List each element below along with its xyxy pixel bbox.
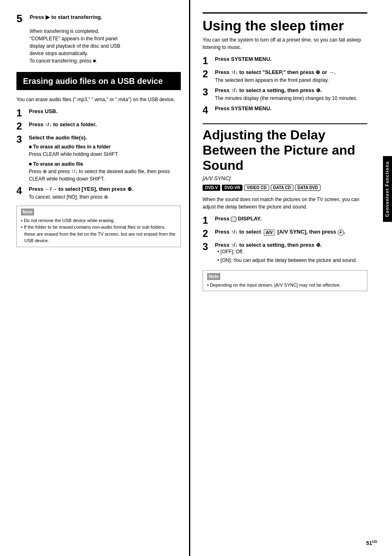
av-step3: 3 Press ↑/↓ to select a setting, then pr… — [203, 242, 367, 265]
av-step3-num: 3 — [203, 242, 215, 252]
sleep-step4-text: Press SYSTEM MENU. — [215, 105, 272, 111]
av-step1: 1 Press □ Press DISPLAY.DISPLAY. — [203, 215, 367, 225]
av-step2-text: Press ↑/↓ to select A/V [A/V SYNC], then… — [215, 229, 345, 235]
av-note1: Depending on the input stream, [A/V SYNC… — [210, 282, 363, 289]
av-sync-label: [A/V SYNC] — [203, 175, 367, 181]
av-note-box: Note Depending on the input stream, [A/V… — [203, 270, 367, 291]
format-badges: DVD-V DVD-VR VIDEO CD DATA CD DATA DVD — [203, 185, 367, 191]
step5-line2: "COMPLETE" appears in the front panel — [30, 36, 118, 42]
sleep-step3-text: The minutes display (the remaining time)… — [215, 95, 367, 102]
page-num-value: 51 — [366, 540, 372, 546]
av-sync-icon: A/V — [264, 229, 275, 236]
step5-line5: To cancel transferring, press ■. — [30, 58, 97, 64]
badge-datacd: DATA CD — [271, 185, 293, 191]
erase-intro: You can erase audio files (".mp3," ".wma… — [16, 96, 181, 103]
erase-bullet1-head: To erase all audio files in a folder — [29, 144, 181, 150]
badge-dvdvr: DVD-VR — [222, 185, 242, 191]
badge-videocd: VIDEO CD — [244, 185, 269, 191]
side-tab: Convenient Functions — [383, 156, 392, 222]
badge-dvdv: DVD-V — [203, 185, 220, 191]
erase-step1-num: 1 — [16, 108, 29, 118]
step5-number: 5 — [16, 12, 30, 25]
av-note-label: Note — [207, 273, 220, 280]
erase-note1: Do not remove the USB device while erasi… — [24, 217, 176, 224]
sleep-step2-text: The selected item appears in the front p… — [215, 76, 367, 84]
erase-step4: 4 Press ←/→ to select [YES], then press … — [16, 186, 181, 201]
erase-step4-num: 4 — [16, 186, 29, 196]
erase-note2: If the folder to be erased contains non-… — [24, 224, 176, 244]
erase-step3-num: 3 — [16, 134, 29, 144]
erase-step2-text: Press ↑/↓ to select a folder. — [29, 121, 97, 127]
sleep-step4-num: 4 — [203, 105, 215, 115]
av-step1-text: Press □ Press DISPLAY.DISPLAY. — [215, 215, 261, 222]
av-step3-bullet2: [ON]: You can adjust the delay between t… — [220, 257, 367, 264]
sleep-step1-text: Press SYSTEM MENU. — [215, 56, 272, 62]
erase-bullet2-text: Press ⊕ and press ↑/↓ to select the desi… — [29, 168, 181, 183]
erase-step4-text: To cancel, select [NO], then press ⊕. — [29, 193, 181, 201]
erase-step1-text: Press USB. — [29, 108, 58, 114]
left-column: 5 Press ▶ to start transferring. When tr… — [0, 0, 189, 556]
sleep-step4: 4 Press SYSTEM MENU. — [203, 105, 367, 115]
av-step3-bullet1: [OFF]: Off. — [220, 248, 367, 255]
step5-line1: When transferring is completed, — [30, 28, 99, 34]
av-step2-num: 2 — [203, 229, 215, 239]
circle-plus-icon: + — [338, 229, 344, 236]
av-section: Adjusting the Delay Between the Picture … — [203, 123, 367, 291]
display-icon: □ — [231, 217, 236, 222]
right-column: Using the sleep timer You can set the sy… — [189, 0, 376, 556]
sleep-step1-num: 1 — [203, 56, 215, 66]
section-divider — [203, 123, 367, 124]
sleep-intro: You can set the system to turn off at a … — [203, 36, 367, 51]
av-step3-bold: Press ↑/↓ to select a setting, then pres… — [215, 242, 322, 248]
sleep-step1: 1 Press SYSTEM MENU. — [203, 56, 367, 66]
step5-text: When transferring is completed, "COMPLET… — [30, 28, 181, 65]
erase-title: Erasing audio files on a USB device — [23, 76, 174, 86]
sleep-step3-num: 3 — [203, 87, 215, 97]
av-title: Adjusting the Delay Between the Picture … — [203, 127, 367, 173]
erase-step3-text: Select the audio file(s). — [29, 134, 87, 141]
av-step2: 2 Press ↑/↓ to select A/V [A/V SYNC], th… — [203, 229, 367, 239]
erase-step1: 1 Press USB. — [16, 108, 181, 118]
page-number: 51US — [366, 540, 377, 546]
step5-row: 5 Press ▶ to start transferring. — [16, 12, 181, 25]
step5-bold: Press ▶ to start transferring. — [30, 14, 102, 20]
sleep-step3: 3 Press ↑/↓ to select a setting, then pr… — [203, 87, 367, 102]
sleep-section: Using the sleep timer You can set the sy… — [203, 12, 367, 115]
erase-note-label: Note — [21, 208, 34, 215]
erase-section: You can erase audio files (".mp3," ".wma… — [16, 96, 181, 247]
sleep-step2: 2 Press ↑/↓ to select "SLEEP," then pres… — [203, 69, 367, 84]
step5-line3: display and playback of the disc and USB — [30, 43, 120, 49]
erase-step2-num: 2 — [16, 121, 29, 131]
erase-note-box: Note Do not remove the USB device while … — [16, 206, 181, 247]
av-intro: When the sound does not match the pictur… — [203, 196, 367, 211]
badge-datadvd: DATA DVD — [295, 185, 321, 191]
erase-step4-bold: Press ←/→ to select [YES], then press ⊕. — [29, 186, 133, 192]
sleep-step2-bold: Press ↑/↓ to select "SLEEP," then press … — [215, 69, 335, 75]
sleep-step2-num: 2 — [203, 69, 215, 79]
av-step1-num: 1 — [203, 215, 215, 225]
page-num-super: US — [372, 540, 377, 544]
erase-step2: 2 Press ↑/↓ to select a folder. — [16, 121, 181, 131]
sleep-step3-bold: Press ↑/↓ to select a setting, then pres… — [215, 87, 322, 93]
erase-bullet1-text: Press CLEAR while holding down SHIFT. — [29, 151, 181, 158]
erase-section-box: Erasing audio files on a USB device — [16, 72, 181, 90]
step5-line4: device stops automatically. — [30, 51, 88, 56]
erase-step3: 3 Select the audio file(s). To erase all… — [16, 134, 181, 183]
sleep-title: Using the sleep timer — [203, 12, 367, 34]
erase-bullet2-head: To erase an audio file — [29, 161, 181, 167]
